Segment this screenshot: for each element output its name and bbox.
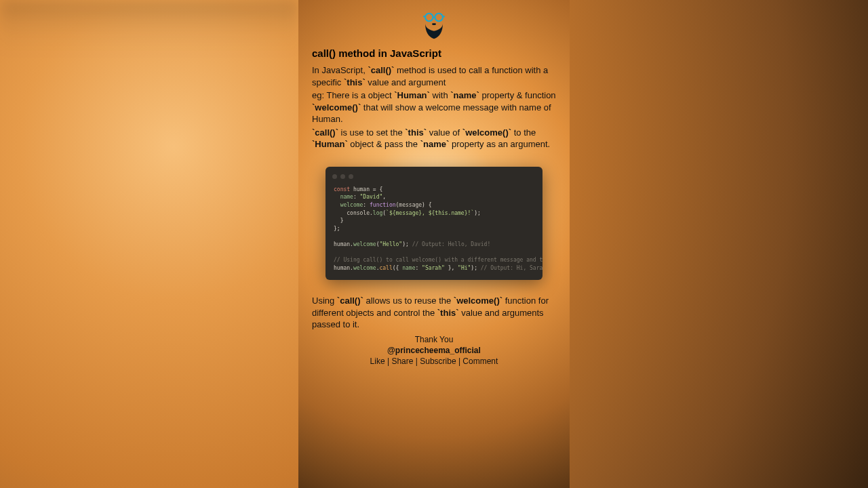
example-lead: eg: There is a object `Human` with `name… [312, 89, 556, 125]
code-block: const human = { name: "David", welcome: … [326, 182, 542, 272]
cta-line: Like | Share | Subscribe | Comment [312, 357, 556, 366]
thank-you: Thank You [312, 335, 556, 344]
traffic-light-icon [332, 174, 337, 179]
svg-line-3 [423, 16, 425, 17]
traffic-light-icon [340, 174, 345, 179]
traffic-light-icon [349, 174, 353, 179]
main-card: call() method in JavaScript In JavaScrip… [298, 0, 570, 488]
author-handle: @princecheema_official [312, 346, 556, 355]
author-logo [418, 9, 450, 41]
svg-point-1 [435, 14, 443, 22]
conclusion-paragraph: Using `call()` allows us to reuse the `w… [312, 295, 556, 331]
code-snippet: const human = { name: "David", welcome: … [326, 167, 542, 281]
article-title: call() method in JavaScript [312, 47, 556, 59]
svg-rect-5 [432, 23, 436, 25]
intro-paragraph: In JavaScript, `call()` method is used t… [312, 64, 556, 88]
footer: Thank You @princecheema_official Like | … [312, 335, 556, 366]
background-left: a welcome message with name of Human. `c… [0, 0, 298, 488]
example-detail: `call()` is use to set the `this` value … [312, 127, 556, 150]
svg-point-0 [425, 14, 433, 22]
background-right: a welcome message with name of Human. `c… [570, 0, 868, 488]
svg-line-4 [443, 16, 445, 17]
window-controls [326, 172, 542, 182]
